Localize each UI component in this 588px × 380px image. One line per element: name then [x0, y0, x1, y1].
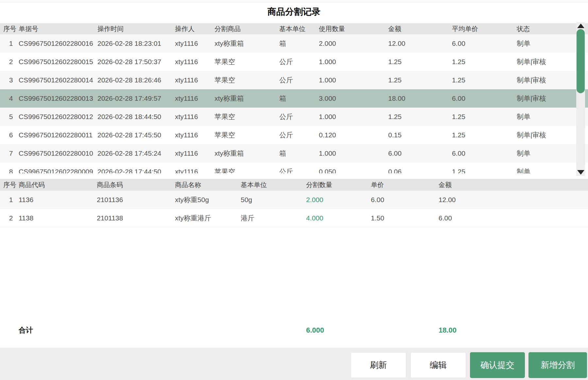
cell-unit: 箱: [279, 39, 319, 48]
column-header: 金额: [388, 25, 452, 33]
cell-operator: xty1116: [175, 95, 215, 102]
cell-amount: 18.00: [388, 95, 452, 102]
cell-amount: 1.25: [388, 76, 452, 84]
detail-row[interactable]: 211382101138xty称重港斤港斤4.0001.506.00: [0, 209, 588, 227]
column-header: 分割数量: [306, 181, 371, 189]
total-label: 合计: [19, 325, 97, 335]
cell-product: xty称重箱: [215, 149, 279, 158]
cell-amount: 6.00: [439, 214, 588, 222]
column-header: 商品代码: [19, 181, 97, 189]
cell-name: xty称重50g: [175, 195, 241, 204]
cell-operator: xty1116: [175, 149, 215, 157]
column-header: 商品名称: [175, 181, 241, 189]
cell-avg_price: 1.25: [452, 113, 517, 121]
cell-time: 2026-02-28 17:49:57: [97, 95, 175, 102]
cell-product: 苹果空: [215, 112, 279, 121]
cell-price: 1.50: [371, 214, 439, 222]
cell-unit: 箱: [279, 149, 319, 158]
cell-name: xty称重港斤: [175, 214, 241, 223]
cell-operator: xty1116: [175, 58, 215, 66]
cell-doc_no: CS99675012602280015: [19, 58, 97, 66]
confirm-submit-button[interactable]: 确认提交: [470, 352, 525, 378]
records-row[interactable]: 3CS996750126022800142026-02-28 18:26:46x…: [0, 71, 588, 89]
column-header: 操作人: [175, 25, 215, 33]
footer-bar: 刷新 编辑 确认提交 新增分割: [0, 348, 588, 380]
detail-row[interactable]: 111362101136xty称重50g50g2.0006.0012.00: [0, 191, 588, 209]
cell-doc_no: CS99675012602280009: [19, 168, 97, 173]
scrollbar-down-icon[interactable]: [577, 170, 584, 175]
cell-doc_no: CS99675012602280013: [19, 95, 97, 102]
cell-no: 2: [3, 58, 19, 66]
cell-no: 3: [3, 76, 19, 84]
cell-code: 1136: [19, 196, 97, 204]
column-header: 基本单位: [279, 25, 319, 33]
edit-button[interactable]: 编辑: [410, 352, 466, 378]
records-row[interactable]: 8CS996750126022800092026-02-28 17:44:50x…: [0, 163, 588, 173]
cell-doc_no: CS99675012602280012: [19, 113, 97, 121]
scrollbar-thumb[interactable]: [577, 29, 585, 93]
column-header: 分割商品: [215, 25, 279, 33]
cell-amount: 6.00: [388, 149, 452, 157]
column-header: 序号: [3, 181, 19, 189]
records-row[interactable]: 5CS996750126022800122026-02-28 18:44:50x…: [0, 108, 588, 126]
records-row[interactable]: 6CS996750126022800112026-02-28 17:45:50x…: [0, 126, 588, 144]
cell-unit: 公斤: [279, 76, 319, 85]
cell-avg_price: 1.25: [452, 168, 517, 173]
records-table: 序号单据号操作时间操作人分割商品基本单位使用数量金额平均单价状态 1CS9967…: [0, 23, 588, 173]
cell-doc_no: CS99675012602280011: [19, 131, 97, 139]
cell-qty: 1.000: [319, 58, 388, 66]
column-header: 金额: [439, 181, 588, 189]
cell-no: 2: [3, 214, 19, 222]
cell-product: 苹果空: [215, 167, 279, 173]
cell-unit: 50g: [241, 196, 306, 204]
cell-avg_price: 1.25: [452, 58, 517, 66]
column-header: 单据号: [19, 25, 97, 33]
cell-no: 4: [3, 95, 19, 102]
cell-amount: 1.25: [388, 113, 452, 121]
cell-unit: 公斤: [279, 57, 319, 66]
cell-avg_price: 6.00: [452, 149, 517, 157]
refresh-button[interactable]: 刷新: [351, 352, 406, 378]
cell-no: 1: [3, 40, 19, 47]
cell-time: 2026-02-28 18:44:50: [97, 113, 175, 121]
cell-operator: xty1116: [175, 76, 215, 84]
add-split-button[interactable]: 新增分割: [528, 352, 587, 378]
records-row[interactable]: 2CS996750126022800152026-02-28 17:50:37x…: [0, 53, 588, 71]
cell-time: 2026-02-28 17:44:50: [97, 168, 175, 173]
cell-product: 苹果空: [215, 57, 279, 66]
cell-no: 8: [3, 168, 19, 173]
cell-time: 2026-02-28 17:50:37: [97, 58, 175, 66]
cell-product: 苹果空: [215, 130, 279, 140]
dialog-top-border: [0, 2, 588, 2]
records-scrollbar[interactable]: [576, 22, 585, 176]
column-header: 商品条码: [97, 181, 175, 189]
cell-qty: 1.000: [319, 113, 388, 121]
cell-qty: 1.000: [319, 76, 388, 84]
cell-no: 5: [3, 113, 19, 121]
cell-time: 2026-02-28 18:23:01: [97, 40, 175, 47]
cell-amount: 1.25: [388, 58, 452, 66]
cell-amount: 12.00: [439, 196, 588, 204]
cell-unit: 公斤: [279, 130, 319, 140]
records-row[interactable]: 7CS996750126022800102026-02-28 17:45:24x…: [0, 144, 588, 163]
cell-no: 1: [3, 196, 19, 204]
cell-avg_price: 6.00: [452, 40, 517, 47]
records-row[interactable]: 1CS996750126022800162026-02-28 18:23:01x…: [0, 34, 588, 53]
scrollbar-up-icon[interactable]: [577, 24, 584, 28]
cell-operator: xty1116: [175, 40, 215, 47]
cell-barcode: 2101138: [97, 214, 175, 222]
cell-avg_price: 1.25: [452, 76, 517, 84]
column-header: 操作时间: [97, 25, 175, 33]
cell-price: 6.00: [371, 196, 439, 204]
cell-product: 苹果空: [215, 76, 279, 85]
records-row[interactable]: 4CS996750126022800132026-02-28 17:49:57x…: [0, 89, 588, 108]
cell-unit: 箱: [279, 94, 319, 103]
cell-amount: 0.15: [388, 131, 452, 139]
cell-amount: 12.00: [388, 40, 452, 47]
cell-qty: 0.120: [319, 131, 388, 139]
cell-no: 7: [3, 149, 19, 157]
cell-barcode: 2101136: [97, 196, 175, 204]
cell-no: 6: [3, 131, 19, 139]
cell-product: xty称重箱: [215, 39, 279, 48]
column-header: 基本单位: [241, 181, 306, 189]
